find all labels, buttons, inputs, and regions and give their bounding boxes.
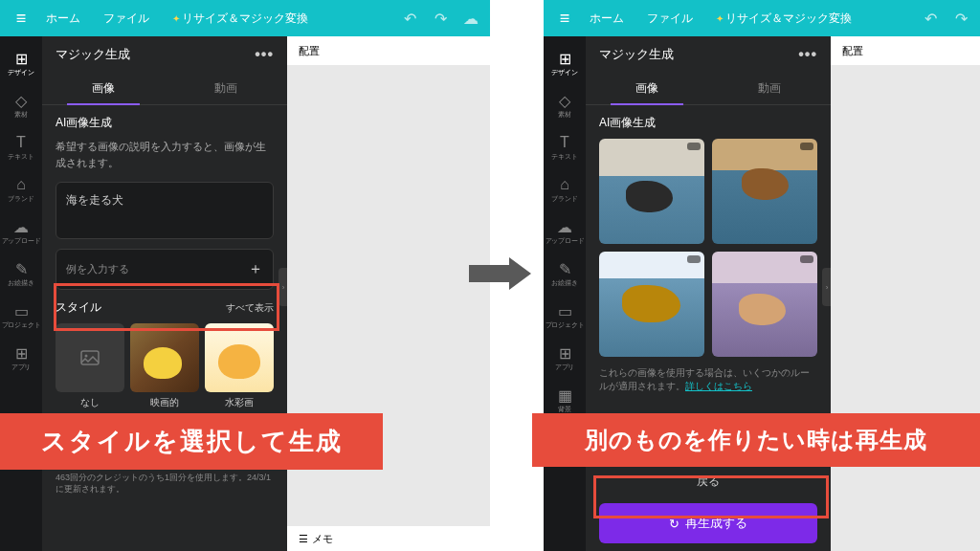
sidebar-draw[interactable]: ✎お絵描き [544,254,586,293]
section-title: AI画像生成 [599,115,817,131]
memo-icon[interactable]: ☰ [299,533,308,545]
tab-video[interactable]: 動画 [165,73,287,104]
tab-image[interactable]: 画像 [42,73,165,104]
sidebar-design[interactable]: ⊞デザイン [544,44,586,82]
canvas-area[interactable]: 配置 ☰メモ [287,36,490,551]
arrow-icon [469,257,531,290]
nav-file[interactable]: ファイル [96,7,157,31]
more-icon[interactable] [255,46,274,63]
sidebar-brand[interactable]: ⌂ブランド [0,170,42,209]
nav-home[interactable]: ホーム [582,7,632,31]
redo-icon[interactable]: ↷ [949,7,972,30]
sidebar-brand[interactable]: ⌂ブランド [544,170,586,209]
style-grid: なし 映画的 水彩画 [56,323,274,409]
sidebar: ⊞デザイン ◇素材 Tテキスト ⌂ブランド ☁アップロード ✎お絵描き ▭プロジ… [544,36,586,551]
crown-icon: ✦ [172,13,180,24]
nav-home[interactable]: ホーム [38,7,88,31]
nav-resize[interactable]: ✦リサイズ＆マジック変換 [708,7,859,31]
desc-text: 希望する画像の説明を入力すると、画像が生成されます。 [56,139,274,170]
tab-image[interactable]: 画像 [586,73,708,104]
app-header: ホーム ファイル ✦リサイズ＆マジック変換 ↶ ↷ ☁ [0,0,490,36]
menu-icon[interactable] [551,5,578,32]
tabs: 画像 動画 [42,73,287,105]
cloud-icon[interactable]: ☁ [459,7,482,30]
canvas-footer: ☰メモ [287,526,490,551]
canvas-toolbar: 配置 [831,36,980,65]
sidebar-elements[interactable]: ◇素材 [544,86,586,124]
sidebar-text[interactable]: Tテキスト [0,128,42,166]
sidebar-design[interactable]: ⊞デザイン [0,44,42,82]
back-button[interactable]: 戻る [599,466,817,497]
result-4[interactable] [712,252,817,357]
sidebar-text[interactable]: Tテキスト [544,128,586,166]
result-2[interactable] [712,139,817,244]
nav-file[interactable]: ファイル [639,7,701,31]
sidebar: ⊞デザイン ◇素材 Tテキスト ⌂ブランド ☁アップロード ✎お絵描き ▭プロジ… [0,36,42,551]
canvas-area[interactable]: 配置 [831,36,980,551]
screen-after: ホーム ファイル ✦リサイズ＆マジック変換 ↶ ↷ ⊞デザイン ◇素材 Tテキス… [544,0,980,551]
caption-right: 別のものを作りたい時は再生成 [532,413,980,467]
magic-panel: マジック生成 画像 動画 AI画像生成 これらの画像を使用する場合は、いくつかの… [586,36,831,551]
result-menu-icon[interactable] [800,255,813,263]
section-title: AI画像生成 [56,115,274,131]
prompt-input[interactable]: 海を走る犬 [56,182,274,239]
undo-icon[interactable]: ↶ [398,7,421,30]
sidebar-apps[interactable]: ⊞アプリ [0,339,42,377]
plus-icon: ＋ [248,259,263,279]
example-button[interactable]: 例を入力する ＋ [56,249,274,290]
panel-title: マジック生成 [56,46,130,63]
caption-left: スタイルを選択して生成 [0,413,383,470]
regenerate-button[interactable]: ↻再生成する [599,503,817,543]
style-label: スタイル [56,299,101,316]
result-1[interactable] [599,139,704,244]
magic-panel: マジック生成 画像 動画 AI画像生成 希望する画像の説明を入力すると、画像が生… [42,36,287,551]
top-nav: ホーム ファイル ✦リサイズ＆マジック変換 [38,7,316,31]
app-header: ホーム ファイル ✦リサイズ＆マジック変換 ↶ ↷ [544,0,980,36]
collapse-handle[interactable]: › [278,268,287,306]
usage-link[interactable]: 詳しくはこちら [685,381,752,391]
style-none[interactable]: なし [56,323,124,409]
canvas-toolbar: 配置 [287,36,490,65]
result-menu-icon[interactable] [687,255,701,263]
collapse-handle[interactable]: › [822,268,831,306]
result-3[interactable] [599,252,704,357]
sidebar-apps[interactable]: ⊞アプリ [544,339,586,377]
style-film[interactable]: 映画的 [130,323,199,409]
usage-text: これらの画像を使用する場合は、いくつかのルールが適用されます。詳しくはこちら [599,366,817,393]
sidebar-draw[interactable]: ✎お絵描き [0,254,42,293]
tab-video[interactable]: 動画 [708,73,831,104]
sidebar-upload[interactable]: ☁アップロード [0,212,42,251]
svg-rect-0 [81,351,99,364]
header-icons: ↶ ↷ ☁ [398,7,482,30]
result-menu-icon[interactable] [800,143,813,150]
redo-icon[interactable]: ↷ [429,7,452,30]
svg-point-1 [85,355,88,358]
credit-text: 463回分のクレジットのうち1回分を使用します。24/3/1に更新されます。 [56,473,274,495]
panel-title: マジック生成 [599,46,674,63]
result-menu-icon[interactable] [687,143,701,150]
see-all-link[interactable]: すべて表示 [226,301,274,315]
more-icon[interactable] [798,46,817,63]
menu-icon[interactable] [8,5,34,32]
sidebar-project[interactable]: ▭プロジェクト [544,297,586,335]
results-grid [599,139,817,357]
sidebar-elements[interactable]: ◇素材 [0,86,42,124]
sidebar-project[interactable]: ▭プロジェクト [0,297,42,335]
refresh-icon: ↻ [669,517,679,531]
style-water[interactable]: 水彩画 [205,323,274,409]
sidebar-upload[interactable]: ☁アップロード [544,212,586,251]
nav-resize[interactable]: ✦リサイズ＆マジック変換 [165,7,316,31]
undo-icon[interactable]: ↶ [919,7,942,30]
